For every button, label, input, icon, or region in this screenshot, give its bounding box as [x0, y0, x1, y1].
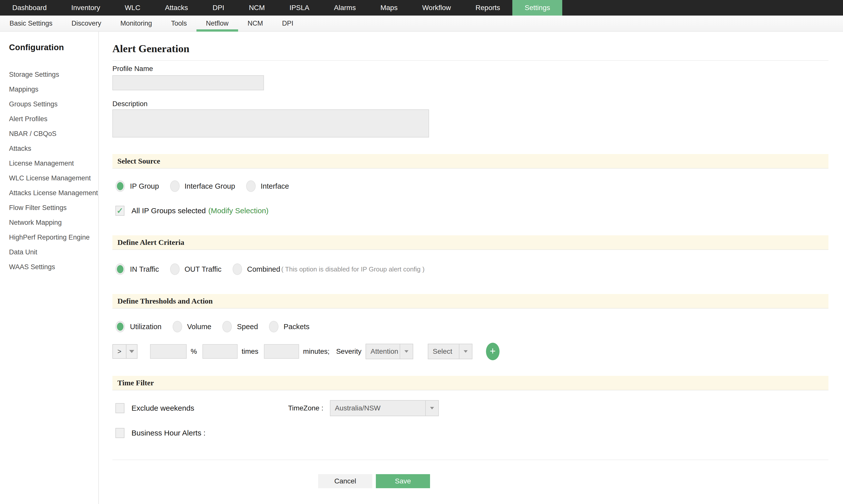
- configuration-sidebar: Configuration Storage Settings Mappings …: [0, 32, 99, 504]
- sidebar-item-mappings[interactable]: Mappings: [9, 82, 98, 97]
- check-icon: ✓: [116, 206, 123, 216]
- timezone-label: TimeZone :: [288, 404, 323, 412]
- radio-in-traffic-label: IN Traffic: [130, 265, 159, 273]
- threshold-percent-input[interactable]: [150, 344, 187, 359]
- description-label: Description: [112, 100, 828, 108]
- radio-utilization[interactable]: [115, 321, 125, 332]
- minutes-unit-label: minutes;: [303, 347, 330, 356]
- severity-dropdown-value: Attention: [366, 344, 400, 359]
- sidebar-item-groups-settings[interactable]: Groups Settings: [9, 97, 98, 112]
- sidebar-item-network-mapping[interactable]: Network Mapping: [9, 215, 98, 230]
- radio-ip-group[interactable]: [115, 180, 125, 192]
- radio-selected-dot: [117, 182, 123, 190]
- thresholds-title: Define Thresholds and Action: [118, 297, 213, 305]
- subnav-ncm[interactable]: NCM: [238, 16, 273, 31]
- sidebar-item-storage-settings[interactable]: Storage Settings: [9, 67, 98, 82]
- subnav-tools[interactable]: Tools: [162, 16, 196, 31]
- sidebar-list: Storage Settings Mappings Groups Setting…: [9, 67, 98, 274]
- sidebar-item-flow-filter-settings[interactable]: Flow Filter Settings: [9, 200, 98, 215]
- cancel-button[interactable]: Cancel: [318, 474, 372, 488]
- subnav-monitoring[interactable]: Monitoring: [111, 16, 162, 31]
- nav-dashboard[interactable]: Dashboard: [0, 0, 59, 16]
- subnav-discovery[interactable]: Discovery: [62, 16, 111, 31]
- combined-disabled-note: ( This option is disabled for IP Group a…: [281, 266, 425, 273]
- nav-attacks[interactable]: Attacks: [153, 0, 200, 16]
- radio-interface-label: Interface: [261, 182, 289, 191]
- nav-settings[interactable]: Settings: [512, 0, 562, 16]
- plus-icon: +: [490, 345, 496, 357]
- severity-label: Severity: [336, 347, 361, 356]
- alert-criteria-section-header: Define Alert Criteria: [112, 235, 828, 250]
- operator-dropdown[interactable]: >: [112, 344, 138, 359]
- radio-volume-label: Volume: [187, 323, 212, 331]
- all-ip-groups-checkbox[interactable]: ✓: [115, 206, 124, 216]
- sidebar-item-wlc-license-management[interactable]: WLC License Management: [9, 171, 98, 186]
- subnav-dpi[interactable]: DPI: [272, 16, 303, 31]
- radio-selected-dot: [117, 265, 123, 273]
- title-divider: [112, 60, 828, 61]
- all-ip-groups-row: ✓ All IP Groups selected (Modify Selecti…: [112, 205, 828, 217]
- radio-interface[interactable]: [246, 180, 256, 192]
- chevron-down-icon: [459, 344, 472, 359]
- radio-out-traffic[interactable]: [170, 264, 180, 275]
- radio-in-traffic[interactable]: [115, 264, 125, 275]
- chevron-down-icon: [425, 401, 438, 416]
- chevron-down-icon: [126, 345, 137, 358]
- severity-dropdown[interactable]: Attention: [365, 344, 413, 359]
- radio-ip-group-label: IP Group: [130, 182, 159, 191]
- threshold-config-row: > % times minutes; Severity Attention Se…: [112, 343, 828, 360]
- exclude-weekends-label: Exclude weekends: [131, 404, 194, 412]
- top-nav-bar: Dashboard Inventory WLC Attacks DPI NCM …: [0, 0, 843, 16]
- add-threshold-button[interactable]: +: [486, 343, 500, 360]
- modify-selection-link[interactable]: (Modify Selection): [208, 206, 268, 215]
- nav-wlc[interactable]: WLC: [112, 0, 153, 16]
- sidebar-item-attacks-license-management[interactable]: Attacks License Management: [9, 186, 98, 200]
- sidebar-item-nbar-cbqos[interactable]: NBAR / CBQoS: [9, 126, 98, 141]
- nav-ncm[interactable]: NCM: [237, 0, 277, 16]
- radio-selected-dot: [117, 323, 123, 331]
- nav-ipsla[interactable]: IPSLA: [277, 0, 322, 16]
- profile-name-label: Profile Name: [112, 65, 828, 73]
- timezone-dropdown[interactable]: Australia/NSW: [330, 400, 439, 416]
- radio-volume[interactable]: [173, 321, 182, 332]
- sidebar-item-data-unit[interactable]: Data Unit: [9, 245, 98, 260]
- business-hour-alerts-checkbox[interactable]: [115, 428, 124, 438]
- sidebar-item-waas-settings[interactable]: WAAS Settings: [9, 260, 98, 274]
- radio-packets[interactable]: [269, 321, 279, 332]
- alert-generation-form: Alert Generation Profile Name Descriptio…: [99, 32, 843, 504]
- operator-value: >: [113, 345, 126, 358]
- sidebar-title: Configuration: [9, 43, 98, 52]
- nav-alarms[interactable]: Alarms: [322, 0, 368, 16]
- threshold-minutes-input[interactable]: [264, 344, 299, 359]
- percent-unit-label: %: [191, 347, 197, 356]
- nav-inventory[interactable]: Inventory: [59, 0, 112, 16]
- alert-criteria-title: Define Alert Criteria: [118, 238, 184, 247]
- sidebar-item-highperf-reporting-engine[interactable]: HighPerf Reporting Engine: [9, 230, 98, 245]
- page-title: Alert Generation: [112, 43, 828, 55]
- radio-combined[interactable]: [233, 264, 242, 275]
- save-button[interactable]: Save: [376, 474, 430, 488]
- subnav-netflow[interactable]: Netflow: [196, 16, 238, 31]
- subnav-basic-settings[interactable]: Basic Settings: [0, 16, 62, 31]
- time-filter-row-1: Exclude weekends TimeZone : Australia/NS…: [112, 400, 828, 416]
- time-filter-section-header: Time Filter: [112, 376, 828, 390]
- description-input[interactable]: [112, 109, 429, 138]
- sidebar-item-attacks[interactable]: Attacks: [9, 141, 98, 156]
- nav-reports[interactable]: Reports: [463, 0, 512, 16]
- sidebar-item-alert-profiles[interactable]: Alert Profiles: [9, 112, 98, 126]
- timezone-dropdown-value: Australia/NSW: [330, 401, 425, 416]
- radio-interface-group[interactable]: [170, 180, 180, 192]
- nav-dpi[interactable]: DPI: [200, 0, 237, 16]
- exclude-weekends-checkbox[interactable]: [115, 403, 124, 413]
- profile-name-input[interactable]: [112, 75, 264, 90]
- sidebar-item-license-management[interactable]: License Management: [9, 156, 98, 171]
- action-dropdown[interactable]: Select: [428, 344, 472, 359]
- action-dropdown-value: Select: [428, 344, 459, 359]
- radio-interface-group-label: Interface Group: [185, 182, 235, 191]
- times-unit-label: times: [241, 347, 258, 356]
- time-filter-row-2: Business Hour Alerts :: [112, 425, 828, 441]
- nav-workflow[interactable]: Workflow: [410, 0, 463, 16]
- radio-speed[interactable]: [222, 321, 232, 332]
- threshold-times-input[interactable]: [202, 344, 238, 359]
- nav-maps[interactable]: Maps: [368, 0, 410, 16]
